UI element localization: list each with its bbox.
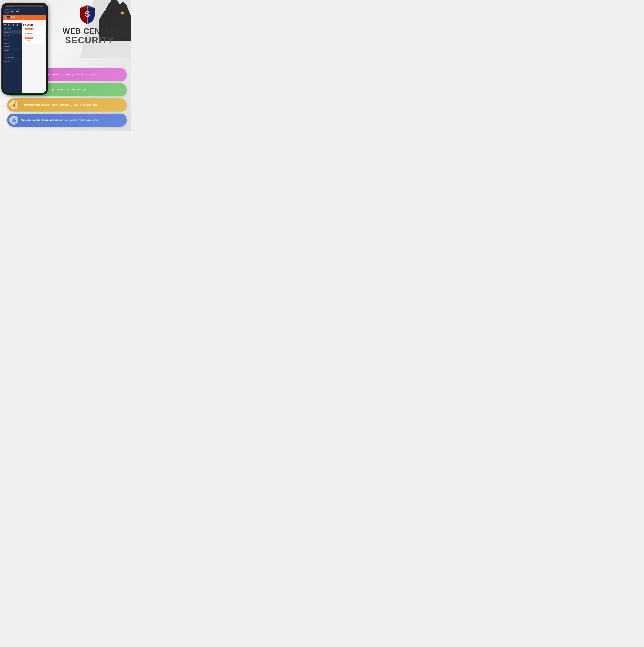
card1-neg-text: GATIVA xyxy=(24,31,45,32)
svg-point-22 xyxy=(14,103,15,104)
sidebar: Web Center Security Compañías Conjuntos … xyxy=(3,23,22,93)
feature-text-data: Herramientas basada en datos, informes d… xyxy=(21,103,124,106)
feature-icon-security xyxy=(9,115,19,125)
feature-pill-data: Herramientas basada en datos, informes d… xyxy=(7,98,127,112)
card2-phone-row: Teléfonos: 2147483647 xyxy=(24,41,45,43)
content-card-1: ↗ OIKOS VAR GATIVA Teléfonos: 300755 xyxy=(23,27,46,35)
sidebar-item-articulos[interactable]: Articulos xyxy=(3,49,22,52)
card1-phone-row: Teléfonos: 300755 xyxy=(24,32,45,34)
home-icon: ⌂ xyxy=(5,6,6,7)
feature-bold-security: Mejora la seguridad y la transparencia xyxy=(21,119,58,121)
phone-status-bar: ⌂ ↻ on.we... 21 ⋮ xyxy=(3,5,46,8)
app-nav-header: ≡ S WEB CE SECUR xyxy=(3,15,46,20)
card2-phone-value: 2147483647 xyxy=(30,41,36,43)
card2-phone-label: Teléfonos: xyxy=(24,41,30,43)
sub-nav-bar: ≡ xyxy=(3,20,46,23)
url-icon: ↻ xyxy=(7,6,8,7)
sidebar-item-parqueaderos[interactable]: Parqueaderos xyxy=(3,52,22,56)
card2-header-row: ↗ recodo de xyxy=(24,37,45,39)
title-line1: WEB CENTER xyxy=(63,27,116,35)
sidebar-item-tipos-vehiculo[interactable]: Tipos de vehiculo xyxy=(3,56,22,60)
phone-inner: ⌂ ↻ on.we... 21 ⋮ S xyxy=(3,5,46,93)
sidebar-item-visitas[interactable]: Visitas xyxy=(3,38,22,41)
sidebar-item-incidentes[interactable]: Incidentes xyxy=(3,60,22,63)
sidebar-title: Web Center Security xyxy=(3,23,22,27)
feature-bold-realtime: tiempo real xyxy=(86,104,97,106)
url-text: on.we... xyxy=(8,6,12,7)
app-time: 21 : 20 : 57 xyxy=(10,9,45,11)
svg-text:S: S xyxy=(85,9,90,18)
feature-text-security: Mejora la seguridad y la transparencia, … xyxy=(21,119,124,122)
app-online-status: ●Online xyxy=(10,12,45,13)
svg-rect-17 xyxy=(11,105,12,107)
svg-text:S: S xyxy=(7,11,7,12)
card1-header-row: ↗ OIKOS VAR xyxy=(24,28,45,31)
phone-content: Web Center Security Compañías Conjuntos … xyxy=(3,23,46,93)
app-logo-circle: S xyxy=(4,9,10,14)
card1-phone-label: Teléfonos: xyxy=(24,32,30,34)
feature-pill-security: Mejora la seguridad y la transparencia, … xyxy=(7,114,127,127)
sidebar-item-visitantes[interactable]: Visitantes xyxy=(3,34,22,38)
arrow-icon-1: ↗ xyxy=(24,29,25,30)
content-card-2: ↗ recodo de 1 71b Bis # 12 3 Teléfonos: … xyxy=(23,36,46,44)
sub-hamburger-icon[interactable]: ≡ xyxy=(4,20,45,22)
svg-point-30 xyxy=(13,121,14,122)
feature-bold-data: Herramientas basada en datos xyxy=(21,104,51,106)
card1-header: OIKOS VAR xyxy=(25,28,33,30)
card2-header: recodo de xyxy=(25,37,32,39)
svg-text:S: S xyxy=(8,17,9,18)
app-brand-logo-small: S xyxy=(7,16,10,19)
sidebar-item-conjuntos[interactable]: Conjuntos xyxy=(3,30,22,34)
menu-icon: ⋮ xyxy=(43,6,45,7)
app-header: S 21 : 20 : 57 Seguridad ABC ●Online xyxy=(3,8,46,15)
svg-rect-18 xyxy=(13,104,13,107)
main-title: WEB CENTER SECURITY xyxy=(63,27,116,45)
content-title: CONJUNTO xyxy=(23,24,46,26)
title-line2: SECURITY xyxy=(63,35,116,45)
sidebar-item-depositos[interactable]: Depositos xyxy=(3,41,22,45)
phone-mockup: ⌂ ↻ on.we... 21 ⋮ S xyxy=(1,3,48,95)
card2-address: 1 71b Bis # 12 3 xyxy=(24,40,45,41)
hamburger-icon[interactable]: ≡ xyxy=(5,16,6,18)
arrow-icon-2: ↗ xyxy=(24,37,25,39)
app-logo-inner: S xyxy=(5,9,9,13)
main-content-area: CONJUNTO ↗ OIKOS VAR GATIVA Teléfonos: 3… xyxy=(22,23,46,93)
background: S WEB CENTER SECURITY ⌂ ↻ on.we... 21 ⋮ xyxy=(0,0,131,131)
app-company-name: Seguridad ABC xyxy=(10,11,45,12)
sidebar-item-companias[interactable]: Compañías xyxy=(3,27,22,30)
feature-icon-data xyxy=(9,100,19,110)
card1-phone-value: 300755 xyxy=(30,32,34,34)
app-brand: S WEB CE SECUR xyxy=(7,16,16,19)
cat-eye xyxy=(121,12,124,14)
tab-count-badge: 21 xyxy=(41,5,43,7)
app-header-info: 21 : 20 : 57 Seguridad ABC ●Online xyxy=(10,9,45,13)
shield-logo: S xyxy=(79,4,96,25)
app-brand-text: WEB CE SECUR xyxy=(10,16,16,19)
sidebar-item-casilleros[interactable]: Casilleros xyxy=(3,45,22,49)
